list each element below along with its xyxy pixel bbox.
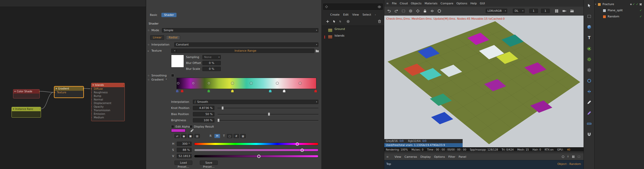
texture-field[interactable]: Instance Range: [176, 49, 314, 53]
measure-tool-icon[interactable]: [586, 121, 592, 127]
settings-icon[interactable]: [408, 8, 413, 14]
edit-alpha-checkbox[interactable]: [171, 125, 174, 128]
texture-tag-icon[interactable]: [639, 3, 642, 6]
sampling-dropdown[interactable]: None: [202, 55, 221, 59]
cube-tool-icon[interactable]: [586, 24, 592, 30]
ct-gradient-mode-icon[interactable]: ▨: [194, 134, 200, 138]
node-input-port[interactable]: [91, 102, 92, 104]
tab-basic[interactable]: Basic: [147, 13, 160, 17]
select-tool-icon[interactable]: [586, 3, 592, 9]
ct-solid-color-icon[interactable]: ●: [181, 134, 186, 138]
gradient-knot[interactable]: [231, 89, 234, 92]
focus-picker-icon[interactable]: [415, 8, 421, 14]
texture-folder-icon[interactable]: [315, 49, 319, 53]
direct-light-dropdown[interactable]: DL: [513, 9, 525, 13]
interpolation-dropdown[interactable]: Constant: [174, 42, 318, 47]
knot-position-slider[interactable]: [217, 106, 318, 110]
om-menu-select[interactable]: Select: [362, 13, 371, 16]
mode-dropdown[interactable]: Simple: [162, 28, 318, 32]
view-menu-display[interactable]: Display: [420, 155, 431, 159]
type-button-radial[interactable]: Radial: [166, 35, 180, 40]
value-field[interactable]: 52.1813 %: [177, 154, 192, 158]
color-system-t[interactable]: T: [221, 134, 227, 138]
text-tool-icon[interactable]: T: [586, 35, 592, 41]
save-preset-button[interactable]: Save Preset...: [200, 161, 218, 165]
node-port-row[interactable]: Normal: [91, 98, 124, 102]
vp-menu-options[interactable]: Options: [456, 2, 467, 5]
node-collapse-icon[interactable]: ▼: [56, 88, 57, 90]
node-output-port[interactable]: [40, 108, 41, 110]
node-output-port[interactable]: [39, 91, 39, 93]
view-menu-view[interactable]: View: [394, 155, 401, 159]
node-port-row[interactable]: Opacity: [91, 105, 124, 109]
node-editor-panel[interactable]: ▼Color Shade▼GradientTexture▼IslandsDiff…: [0, 0, 146, 169]
vp-menu-compare[interactable]: Compare: [441, 2, 453, 5]
spline-pen-tool-icon[interactable]: [586, 99, 592, 105]
node-input-port[interactable]: [91, 109, 92, 111]
node-port-row[interactable]: Medium: [91, 116, 124, 119]
enabled-check-icon[interactable]: ✓: [640, 8, 642, 13]
hue-marker[interactable]: [296, 142, 299, 146]
hue-field[interactable]: 300 °: [177, 142, 192, 146]
node-input-port[interactable]: [91, 106, 92, 108]
lock-icon[interactable]: [422, 8, 428, 14]
load-preset-button[interactable]: Load Preset...: [174, 161, 192, 165]
region-icon[interactable]: [401, 8, 406, 14]
sketch-tool-icon[interactable]: [586, 110, 592, 116]
texture-expander-icon[interactable]: ▸: [148, 50, 149, 52]
undo-icon[interactable]: [386, 8, 392, 14]
vp-menu-objects[interactable]: Objects: [411, 2, 422, 5]
gradient-bias-handle[interactable]: [192, 82, 194, 84]
record-icon[interactable]: [562, 155, 565, 158]
settings-gear-icon[interactable]: [346, 20, 350, 23]
gradient-bias-handle[interactable]: [177, 82, 179, 84]
gradient-collapse-icon[interactable]: ▾: [166, 78, 167, 80]
deformer-tool-icon[interactable]: [586, 67, 592, 73]
node-gradient[interactable]: ▼GradientTexture: [54, 86, 84, 98]
blur-offset-field[interactable]: 0 %: [202, 61, 221, 65]
maximize-icon[interactable]: [577, 155, 580, 158]
node-port-row[interactable]: Bump: [91, 94, 124, 98]
om-menu-view[interactable]: View: [352, 13, 359, 16]
node-instance-range[interactable]: ▼Instance Ranc: [12, 107, 41, 118]
vp-menu-materials[interactable]: Materials: [424, 2, 437, 5]
brightness-field[interactable]: 100 %: [193, 118, 214, 122]
vp-menu-file[interactable]: File: [392, 2, 397, 5]
node-input-port[interactable]: [55, 92, 55, 93]
layers-icon[interactable]: [554, 8, 559, 14]
saturation-bar[interactable]: [194, 149, 318, 151]
tree-item-fracture[interactable]: ▾Fracture✓✓: [595, 2, 644, 7]
anim-marker-icon[interactable]: ◇: [148, 78, 149, 81]
symmetry-tool-icon[interactable]: [586, 88, 592, 95]
view-menu-filter[interactable]: Filter: [448, 155, 455, 159]
node-collapse-icon[interactable]: ▼: [13, 108, 14, 110]
anim-marker-icon[interactable]: ◇: [148, 29, 149, 31]
gradient-knot[interactable]: [207, 89, 210, 92]
enabled-check-icon[interactable]: ✓: [640, 14, 642, 19]
vp-menu-gui[interactable]: GUI: [480, 2, 485, 5]
tree-item-plane_split[interactable]: Plane_split✓: [595, 8, 644, 13]
subsample-field-1[interactable]: 1: [529, 9, 538, 13]
expander-icon[interactable]: ▾: [595, 2, 596, 7]
slice-tool-icon[interactable]: [586, 78, 592, 84]
node-input-port[interactable]: [91, 88, 92, 90]
knot-color-swatch[interactable]: [171, 129, 185, 132]
object-filter-field[interactable]: [323, 4, 383, 10]
redo-icon[interactable]: [393, 8, 399, 14]
bias-position-slider[interactable]: [217, 112, 318, 117]
brightness-handle[interactable]: [217, 119, 220, 122]
select-cursor-icon[interactable]: [333, 20, 336, 23]
saturation-field[interactable]: 88 %: [177, 148, 192, 152]
value-marker[interactable]: [257, 155, 261, 158]
view-menu-panel[interactable]: Panel: [459, 155, 466, 159]
gradient-knot[interactable]: [314, 89, 317, 92]
ct-swap-colors-icon[interactable]: ⇄: [174, 134, 180, 138]
state-dot-icon[interactable]: [630, 4, 632, 5]
smoothing-checkbox[interactable]: [171, 74, 174, 77]
instance-tool-icon[interactable]: [586, 46, 592, 52]
tab-shader[interactable]: Shader: [161, 13, 176, 17]
node-output-port[interactable]: [124, 84, 124, 86]
node-collapse-icon[interactable]: ▼: [92, 84, 94, 86]
viewport-canvas[interactable]: Check:0ms./2ms. MeshGen:0ms. Update[M]:0…: [384, 16, 584, 147]
node-canvas[interactable]: ▼Color Shade▼GradientTexture▼IslandsDiff…: [0, 0, 146, 169]
